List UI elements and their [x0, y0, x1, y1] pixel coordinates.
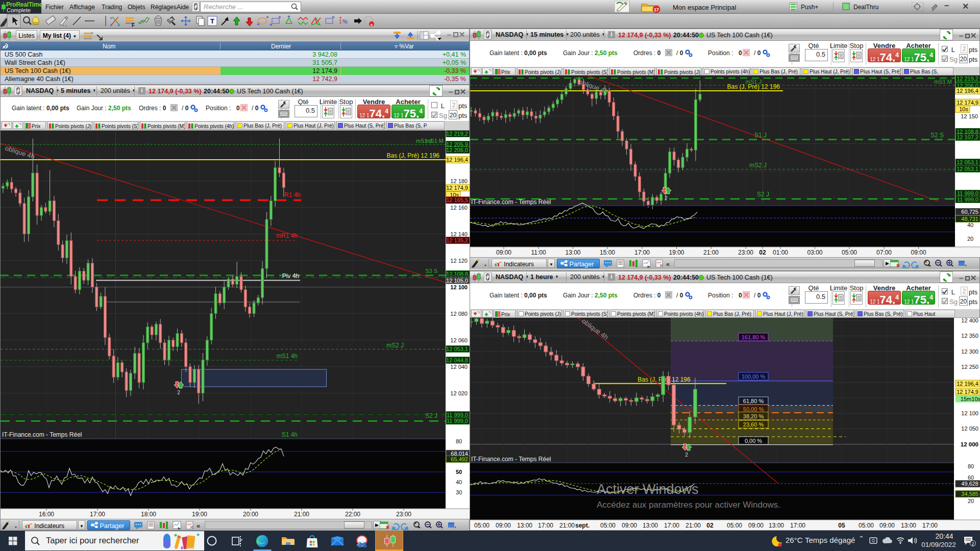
svg-text:+: + — [117, 23, 120, 28]
svg-text:12 350: 12 350 — [961, 333, 978, 339]
svg-text:13:00: 13:00 — [901, 522, 916, 529]
svg-text:18:00: 18:00 — [141, 511, 156, 518]
svg-text:2: 2 — [971, 541, 974, 546]
svg-text:12 300: 12 300 — [961, 348, 978, 355]
svg-text:S2 J: S2 J — [757, 191, 769, 198]
svg-text:12 050: 12 050 — [961, 425, 978, 432]
svg-text:12 250: 12 250 — [961, 364, 978, 370]
svg-text:61,80 %: 61,80 % — [743, 398, 764, 404]
svg-text:12 000: 12 000 — [961, 441, 978, 447]
svg-text:65,492: 65,492 — [451, 456, 468, 462]
svg-text:sept.: sept. — [575, 522, 590, 529]
svg-text:40: 40 — [967, 222, 973, 228]
svg-text:12 020: 12 020 — [450, 390, 468, 396]
svg-text:12 165,5: 12 165,5 — [446, 197, 468, 203]
svg-text:2: 2 — [665, 195, 668, 201]
svg-text:80: 80 — [968, 463, 974, 469]
svg-text:100,00 %: 100,00 % — [742, 373, 766, 380]
svg-text:12 040: 12 040 — [450, 364, 468, 370]
svg-text:mS1 4h: mS1 4h — [277, 353, 298, 360]
svg-text:1: 1 — [339, 18, 342, 24]
svg-text:09:00: 09:00 — [622, 522, 637, 529]
svg-text:13:00: 13:00 — [565, 249, 580, 256]
svg-text:2: 2 — [177, 390, 180, 395]
svg-text:12 053,1: 12 053,1 — [446, 346, 468, 352]
svg-text:S3 S: S3 S — [425, 268, 437, 274]
svg-text:12 196,4: 12 196,4 — [446, 157, 468, 163]
svg-text:38,20 %: 38,20 % — [743, 413, 764, 419]
svg-text:10s: 10s — [959, 106, 968, 112]
svg-text:09:00: 09:00 — [911, 249, 926, 256]
svg-text:+: + — [110, 23, 112, 28]
svg-text:17:00: 17:00 — [790, 522, 805, 529]
svg-text:161,80 %: 161,80 % — [742, 334, 766, 340]
svg-text:09:00: 09:00 — [496, 249, 511, 256]
svg-text:mR1 4h: mR1 4h — [276, 232, 298, 239]
svg-text:12 053,1: 12 053,1 — [957, 166, 978, 172]
svg-text:11:00: 11:00 — [531, 249, 546, 256]
svg-text:11 999,0: 11 999,0 — [447, 412, 468, 418]
svg-text:+: + — [91, 31, 93, 36]
svg-text:Activer Windows: Activer Windows — [597, 482, 699, 497]
svg-text:12 044,8: 12 044,8 — [446, 357, 468, 363]
svg-text:50: 50 — [456, 469, 462, 475]
svg-text:12 400: 12 400 — [961, 318, 978, 323]
svg-text:05:00: 05:00 — [600, 522, 616, 529]
svg-text:mS1 J: mS1 J — [416, 138, 432, 144]
svg-text:+: + — [332, 14, 335, 20]
svg-text:Bas (J, Pré) 12 196: Bas (J, Pré) 12 196 — [387, 152, 440, 159]
svg-text:IT-Finance.com - Temps Réel: IT-Finance.com - Temps Réel — [471, 198, 551, 206]
svg-text:21:00: 21:00 — [294, 511, 309, 518]
svg-text:12 219,2: 12 219,2 — [446, 131, 468, 137]
svg-text:0,00 %: 0,00 % — [745, 438, 762, 444]
svg-text:12 174,9: 12 174,9 — [957, 99, 978, 106]
svg-text:17:00: 17:00 — [634, 249, 650, 256]
svg-text:23:00: 23:00 — [396, 511, 411, 518]
svg-text:+: + — [257, 21, 260, 27]
svg-text:Accédez aux paramètres pour ac: Accédez aux paramètres pour activer Wind… — [597, 500, 780, 510]
svg-text:34,585: 34,585 — [961, 491, 978, 497]
svg-text:12 140: 12 140 — [450, 231, 468, 237]
svg-text:12 206,0: 12 206,0 — [446, 147, 468, 153]
svg-text:13:00: 13:00 — [769, 522, 784, 529]
svg-text:03:00: 03:00 — [807, 249, 822, 256]
svg-text:40: 40 — [456, 479, 462, 485]
svg-text:IT-Finance.com - Temps Réel: IT-Finance.com - Temps Réel — [471, 456, 551, 463]
svg-text:60,725: 60,725 — [961, 209, 978, 215]
svg-text:12 080: 12 080 — [450, 311, 468, 317]
svg-text:12 174,9: 12 174,9 — [957, 389, 978, 395]
svg-text:23:00: 23:00 — [738, 249, 753, 256]
svg-text:49,628: 49,628 — [961, 481, 978, 487]
svg-text:+: + — [270, 22, 273, 28]
svg-text:80: 80 — [456, 438, 462, 444]
svg-text:20: 20 — [967, 236, 973, 242]
svg-text:12 180: 12 180 — [450, 178, 468, 184]
svg-text:20: 20 — [968, 498, 974, 504]
svg-text:Piv 4h: Piv 4h — [282, 272, 299, 280]
svg-text:%: % — [342, 18, 348, 24]
svg-text:F: F — [132, 22, 135, 28]
svg-text:20:00: 20:00 — [243, 511, 258, 518]
svg-text:02: 02 — [759, 249, 766, 256]
svg-text:15m10s: 15m10s — [961, 396, 980, 402]
svg-text:+: + — [278, 14, 281, 20]
svg-text:16:00: 16:00 — [39, 511, 54, 518]
svg-text:12 196,4: 12 196,4 — [957, 381, 978, 387]
svg-text:«: « — [197, 522, 200, 530]
svg-text:21:00: 21:00 — [703, 249, 719, 256]
svg-text:S2 J: S2 J — [425, 412, 437, 419]
svg-text:mS2 J: mS2 J — [386, 342, 404, 349]
svg-text:48,731: 48,731 — [961, 216, 978, 222]
svg-text:12 053,1: 12 053,1 — [957, 159, 978, 165]
svg-text:17:00: 17:00 — [664, 522, 679, 529]
svg-text:12 219,2: 12 219,2 — [957, 76, 978, 82]
svg-text:12 105,0: 12 105,0 — [446, 278, 468, 284]
svg-text:S2 S: S2 S — [930, 132, 944, 139]
svg-text:01:00: 01:00 — [773, 249, 788, 256]
svg-text:19:00: 19:00 — [669, 249, 684, 256]
svg-text:mS2 J: mS2 J — [749, 162, 767, 169]
svg-text:2: 2 — [685, 452, 688, 458]
svg-text:12 150: 12 150 — [961, 113, 978, 119]
svg-text:15:00: 15:00 — [600, 249, 615, 256]
svg-text:12 060: 12 060 — [450, 337, 468, 343]
